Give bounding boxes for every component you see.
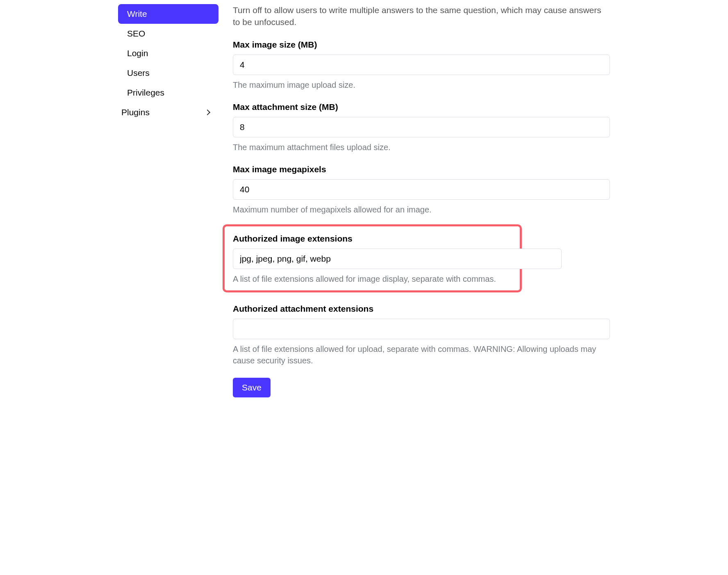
sidebar-item-login[interactable]: Login [118, 43, 218, 63]
sidebar-item-label: Users [127, 68, 150, 78]
field-label: Authorized attachment extensions [233, 304, 610, 314]
field-help: A list of file extensions allowed for up… [233, 343, 610, 366]
field-help: Maximum number of megapixels allowed for… [233, 204, 610, 215]
main-content: Turn off to allow users to write multipl… [225, 4, 610, 397]
max-attachment-size-input[interactable] [233, 117, 610, 137]
field-max-attachment-size: Max attachment size (MB) The maximum att… [233, 102, 610, 153]
save-button[interactable]: Save [233, 378, 271, 397]
sidebar-item-label: Plugins [121, 107, 150, 117]
max-image-size-input[interactable] [233, 55, 610, 75]
highlighted-section: Authorized image extensions A list of fi… [223, 224, 522, 292]
field-label: Max image megapixels [233, 164, 610, 174]
field-max-image-megapixels: Max image megapixels Maximum number of m… [233, 164, 610, 215]
field-help: A list of file extensions allowed for im… [233, 273, 512, 285]
top-description: Turn off to allow users to write multipl… [233, 4, 610, 28]
sidebar-item-privileges[interactable]: Privileges [118, 83, 218, 103]
field-help: The maximum image upload size. [233, 79, 610, 91]
sidebar-item-users[interactable]: Users [118, 63, 218, 83]
field-label: Authorized image extensions [233, 234, 512, 244]
max-image-megapixels-input[interactable] [233, 179, 610, 200]
field-help: The maximum attachment files upload size… [233, 141, 610, 153]
chevron-right-icon [205, 110, 210, 115]
authorized-image-extensions-input[interactable] [233, 249, 562, 269]
field-label: Max attachment size (MB) [233, 102, 610, 112]
authorized-attachment-extensions-input[interactable] [233, 319, 610, 339]
sidebar-item-label: Login [127, 48, 148, 58]
sidebar-item-seo[interactable]: SEO [118, 24, 218, 43]
field-label: Max image size (MB) [233, 40, 610, 50]
sidebar-item-write[interactable]: Write [118, 4, 218, 24]
sidebar-item-label: Privileges [127, 88, 164, 98]
field-authorized-image-extensions: Authorized image extensions A list of fi… [233, 234, 512, 285]
sidebar-item-label: Write [127, 9, 147, 19]
sidebar-item-label: SEO [127, 29, 145, 39]
sidebar-item-plugins[interactable]: Plugins [118, 103, 218, 122]
field-max-image-size: Max image size (MB) The maximum image up… [233, 40, 610, 91]
sidebar: Write SEO Login Users Privileges Plugins [118, 4, 225, 397]
field-authorized-attachment-extensions: Authorized attachment extensions A list … [233, 304, 610, 366]
